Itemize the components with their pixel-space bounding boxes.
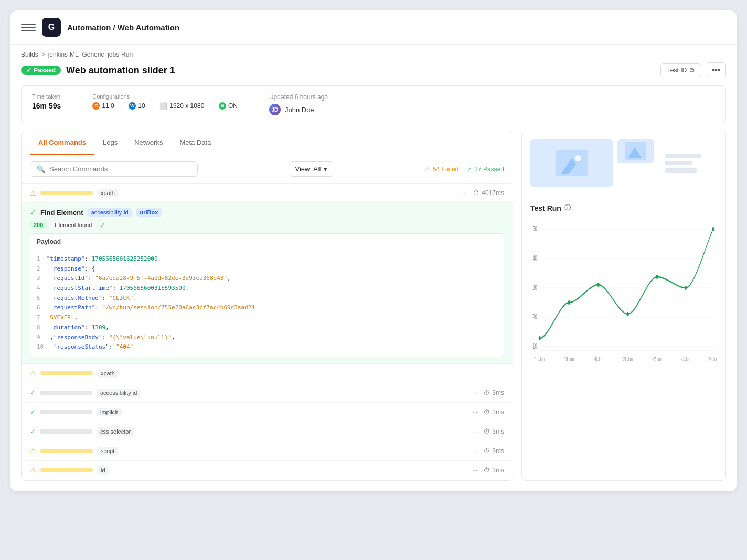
cmd-right-5: ··· ⏱ 3ms (472, 408, 504, 416)
clock-icon-4: ⏱ (484, 389, 490, 396)
on-config: ≋ ON (219, 102, 238, 110)
gallery-image-1[interactable] (530, 139, 613, 187)
breadcrumb: Builds > jenkins-ML_Generic_jobs-Run (21, 51, 726, 58)
cmd-right-8: ··· ⏱ 3ms (472, 467, 504, 474)
dots-icon-8[interactable]: ··· (472, 467, 477, 474)
svg-text:20: 20 (533, 313, 537, 320)
tab-networks[interactable]: Networks (126, 131, 171, 155)
search-input[interactable] (49, 165, 191, 173)
more-button[interactable]: ••• (706, 62, 726, 78)
tab-all-commands[interactable]: All Commands (30, 131, 94, 155)
cmd-right-1: ··· ⏱ 4017ms (462, 189, 504, 197)
clock-icon-5: ⏱ (484, 408, 490, 416)
search-box[interactable]: 🔍 (30, 161, 198, 177)
expand-icon[interactable]: ⤢ (100, 221, 105, 229)
svg-point-17 (539, 336, 541, 340)
command-row-3[interactable]: ⚠ xpath (22, 364, 513, 383)
svg-point-22 (685, 286, 687, 290)
info-icon[interactable]: ⓘ (564, 203, 571, 212)
status-text: Passed (34, 67, 56, 74)
warn-icon-1: ⚠ (30, 189, 36, 197)
find-el-title: Find Element (40, 209, 83, 217)
meta-configurations: Configurations C 11.0 · W 10 · ⬜ 1920 x … (92, 93, 238, 110)
page-title-row: ✓ Passed Web automation slider 1 Test ID… (10, 58, 737, 85)
cmd-tag-8: id (97, 466, 109, 475)
cmd-left-5: ✓ implicit (30, 408, 472, 416)
on-label: ON (228, 102, 238, 110)
command-row-1[interactable]: ⚠ xpath ··· ⏱ 4017ms (22, 184, 513, 203)
avatar: JD (269, 104, 281, 115)
resolution-config: ⬜ 1920 x 1080 (159, 102, 204, 110)
command-row-6[interactable]: ✓ css selector ··· ⏱ 3ms (22, 422, 513, 441)
dots-icon-5[interactable]: ··· (472, 408, 477, 416)
command-row-7[interactable]: ⚠ script ··· ⏱ 3ms (22, 441, 513, 461)
dots-icon-7[interactable]: ··· (472, 447, 477, 455)
warning-icon: ⚠ (425, 166, 431, 173)
payload-body: 1"timestamp": 1705665601625252000, 2 "re… (30, 250, 504, 357)
cmd-right-6: ··· ⏱ 3ms (472, 428, 504, 435)
svg-text:10: 10 (533, 342, 537, 350)
app-title: Automation / Web Automation (67, 23, 179, 32)
cmd-bar-4 (40, 391, 92, 395)
test-id-button[interactable]: Test ID ⧉ (660, 63, 701, 77)
clock-icon-8: ⏱ (484, 467, 490, 474)
tab-logs[interactable]: Logs (94, 131, 126, 155)
gallery-line-3 (665, 168, 697, 173)
cmd-bar-8 (40, 468, 93, 472)
cmd-time-val-8: 3ms (492, 467, 504, 474)
payload-line-9: 9 ,"responseBody": "{\"value\":null}", (37, 333, 497, 343)
gallery-image-2[interactable] (617, 139, 654, 163)
command-row-5[interactable]: ✓ implicit ··· ⏱ 3ms (22, 403, 513, 422)
find-el-header: ✓ Find Element accessibility-id urlBox (30, 208, 504, 217)
payload-line-3: 3 "requestId": "6a7eda28-9f5f-4add-82de-… (37, 274, 497, 284)
svg-text:22 Jun: 22 Jun (652, 356, 661, 363)
time-taken-label: Time taken (32, 93, 61, 100)
payload-line-1: 1"timestamp": 1705665601625252000, (37, 254, 497, 264)
gallery-line-1 (665, 154, 701, 158)
url-box-tag: urlBox (136, 208, 162, 217)
cmd-time-val-5: 3ms (492, 408, 504, 416)
svg-text:50: 50 (533, 224, 537, 232)
find-element-row[interactable]: ✓ Find Element accessibility-id urlBox 2… (22, 203, 513, 364)
tab-meta-data[interactable]: Meta Data (171, 131, 219, 155)
dots-icon-6[interactable]: ··· (472, 428, 477, 435)
cmd-tag-xpath-1: xpath (97, 189, 119, 197)
acc-id-tag: accessibility-id (88, 208, 132, 217)
cmd-left-1: ⚠ xpath (30, 189, 462, 197)
breadcrumb-builds[interactable]: Builds (21, 51, 38, 58)
payload-header: Payload (30, 234, 504, 250)
svg-point-18 (568, 300, 570, 305)
svg-point-19 (597, 283, 600, 287)
page-title: Web automation slider 1 (66, 65, 175, 76)
svg-text:20 Jun: 20 Jun (594, 356, 603, 363)
command-row-4[interactable]: ✓ accessibility id ··· ⏱ 3ms (22, 383, 513, 403)
warn-icon-3: ⚠ (30, 369, 36, 377)
test-id-label: Test ID (667, 67, 687, 74)
chart-title: Test Run ⓘ (530, 203, 717, 212)
payload-line-6: 6 "requestPath": "/wd/hub/session/755e20… (37, 303, 497, 313)
find-element-content: ✓ Find Element accessibility-id urlBox 2… (22, 203, 513, 229)
dots-icon-4[interactable]: ··· (472, 389, 477, 396)
right-panel: Test Run ⓘ 50 40 30 20 10 (521, 131, 726, 481)
menu-icon[interactable] (21, 20, 36, 35)
updater-name: John Doe (285, 106, 314, 114)
title-left: ✓ Passed Web automation slider 1 (21, 65, 175, 76)
command-row-8[interactable]: ⚠ id ··· ⏱ 3ms (22, 461, 513, 480)
test-run-chart: 50 40 30 20 10 (530, 221, 717, 368)
windows-config: W 10 (129, 102, 145, 110)
warn-icon-7: ⚠ (30, 447, 36, 455)
payload-line-4: 4 "requestStartTime": 170566560031559350… (37, 284, 497, 294)
cmd-bar-1 (40, 191, 93, 195)
search-icon: 🔍 (37, 165, 45, 173)
svg-text:23 Jun: 23 Jun (681, 356, 690, 363)
configs-row: C 11.0 · W 10 · ⬜ 1920 x 1080 · ≋ ON (92, 102, 238, 110)
cmd-bar-6 (40, 429, 92, 434)
breadcrumb-sep: > (41, 51, 45, 58)
gallery-line-2 (665, 161, 692, 165)
app-header: G Automation / Web Automation (10, 10, 737, 45)
resolution-value: 1920 x 1080 (169, 102, 204, 110)
dots-icon-1[interactable]: ··· (462, 189, 467, 197)
view-dropdown[interactable]: View: All ▾ (290, 161, 334, 177)
passed-count: 37 Passed (474, 166, 504, 173)
status-badge: ✓ Passed (21, 66, 61, 75)
